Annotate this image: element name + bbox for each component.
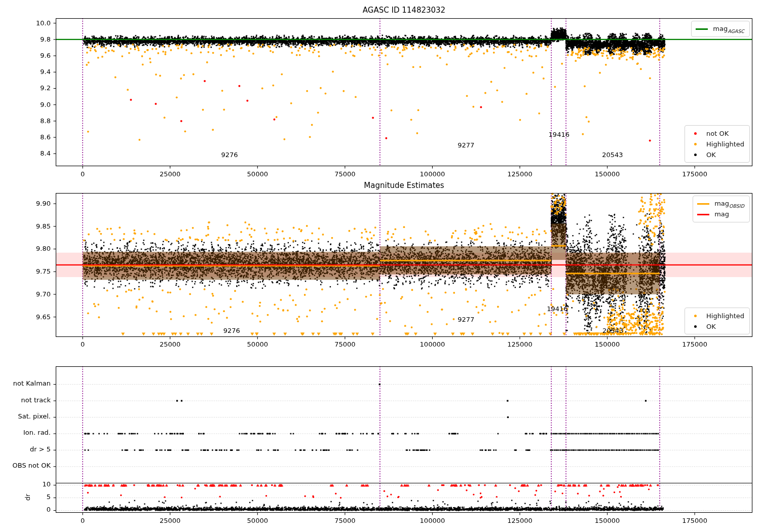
ok-dot-sample — [694, 154, 697, 156]
legend-entry: Highlighted — [689, 139, 744, 149]
legend-entry: magOBSID — [697, 199, 744, 209]
legend-entry-label: OK — [706, 323, 716, 330]
obsid-label: 9276 — [223, 327, 240, 334]
mag-line-sample — [697, 214, 709, 215]
legend-entry-label: not OK — [706, 130, 729, 137]
x-tick-label: 25000 — [160, 170, 180, 178]
x-tick-label: 125000 — [507, 170, 533, 178]
legend-entry-label: mag — [714, 210, 729, 219]
obsid-label: 19416 — [547, 305, 567, 312]
legend-entry-sub: OBSID — [729, 203, 744, 208]
obsid-label: 9277 — [458, 316, 474, 323]
legend-entry-label: magAGASC — [713, 25, 744, 34]
mag-obsid-line-sample — [697, 203, 709, 205]
x-tick-label: 75000 — [334, 340, 355, 348]
y-tick-label: 9.8 — [23, 35, 51, 43]
highlighted-dot-sample — [694, 143, 697, 145]
legend-top-scatter: not OK Highlighted OK — [685, 125, 750, 163]
flag-row-label: dr > 5 — [0, 445, 51, 453]
y-tick-label: 9.80 — [23, 245, 51, 252]
x-tick-label: 75000 — [334, 517, 355, 524]
top-plot-title: AGASC ID 114823032 — [56, 6, 752, 15]
legend-entry: not OK — [689, 128, 744, 139]
y-tick-label: 9.2 — [23, 84, 51, 92]
not-ok-dot-sample — [694, 132, 697, 135]
x-tick-label: 100000 — [420, 340, 445, 348]
x-tick-label: 100000 — [420, 517, 445, 524]
obsid-label: 20543 — [602, 150, 623, 158]
legend-entry-label: Highlighted — [706, 312, 744, 320]
y-tick-label: 9.70 — [23, 290, 51, 298]
x-tick-label: 100000 — [420, 170, 445, 178]
legend-entry-sub: AGASC — [728, 28, 744, 33]
mag-agasc-line-sample — [696, 28, 708, 30]
obsid-label: 9276 — [221, 150, 238, 158]
ok-dot-sample — [694, 325, 697, 328]
y-tick-label: 9.75 — [23, 268, 51, 275]
x-tick-label: 50000 — [247, 170, 268, 178]
x-tick-label: 25000 — [160, 340, 180, 348]
plot-canvas — [0, 0, 760, 532]
x-tick-label: 125000 — [507, 517, 533, 524]
x-tick-label: 0 — [81, 517, 85, 524]
figure: AGASC ID 114823032 Magnitude Estimates m… — [0, 0, 760, 532]
legend-mag-agasc: magAGASC — [691, 21, 750, 37]
legend-entry: magAGASC — [696, 24, 744, 34]
legend-entry: mag — [697, 209, 744, 220]
dr-tick-label: 0 — [0, 506, 51, 513]
y-tick-label: 9.65 — [23, 313, 51, 321]
obsid-label: 9277 — [458, 141, 474, 148]
y-tick-label: 9.6 — [23, 52, 51, 59]
legend-middle-scatter: Highlighted OK — [685, 308, 750, 334]
x-tick-label: 50000 — [247, 340, 268, 348]
flag-row-label: Sat. pixel. — [0, 412, 51, 420]
x-tick-label: 175000 — [682, 517, 707, 524]
legend-entry-label: OK — [706, 151, 716, 159]
legend-mag-lines: magOBSID mag — [693, 196, 750, 222]
x-tick-label: 150000 — [595, 340, 620, 348]
flag-row-label: Ion. rad. — [0, 429, 51, 436]
obsid-label: 20543 — [602, 327, 623, 334]
x-tick-label: 175000 — [682, 340, 707, 348]
x-tick-label: 50000 — [247, 517, 268, 524]
legend-entry-label: Highlighted — [706, 140, 744, 148]
x-tick-label: 125000 — [507, 340, 533, 348]
dr-tick-label: 10 — [0, 480, 51, 488]
y-tick-label: 9.90 — [23, 200, 51, 207]
x-tick-label: 150000 — [595, 517, 620, 524]
legend-entry-label: magOBSID — [714, 200, 744, 209]
flag-row-label: not Kalman — [0, 379, 51, 387]
x-tick-label: 150000 — [595, 170, 620, 178]
flag-row-label: OBS not OK — [0, 462, 51, 469]
y-tick-label: 8.6 — [23, 133, 51, 141]
obsid-label: 19416 — [549, 130, 569, 138]
flag-row-label: not track — [0, 396, 51, 404]
x-tick-label: 25000 — [160, 517, 180, 524]
dr-axis-label: dr — [24, 493, 31, 501]
x-tick-label: 175000 — [682, 170, 707, 178]
legend-entry: OK — [689, 149, 744, 160]
y-tick-label: 9.0 — [23, 101, 51, 108]
x-tick-label: 0 — [81, 170, 85, 178]
x-tick-label: 75000 — [334, 170, 355, 178]
highlighted-dot-sample — [694, 315, 697, 317]
y-tick-label: 8.8 — [23, 117, 51, 125]
y-tick-label: 9.85 — [23, 222, 51, 230]
y-tick-label: 9.4 — [23, 68, 51, 75]
y-tick-label: 8.4 — [23, 149, 51, 157]
legend-entry: OK — [689, 321, 744, 332]
legend-entry: Highlighted — [689, 311, 744, 321]
y-tick-label: 10.0 — [23, 19, 51, 27]
x-tick-label: 0 — [81, 340, 85, 348]
middle-plot-title: Magnitude Estimates — [56, 181, 752, 190]
